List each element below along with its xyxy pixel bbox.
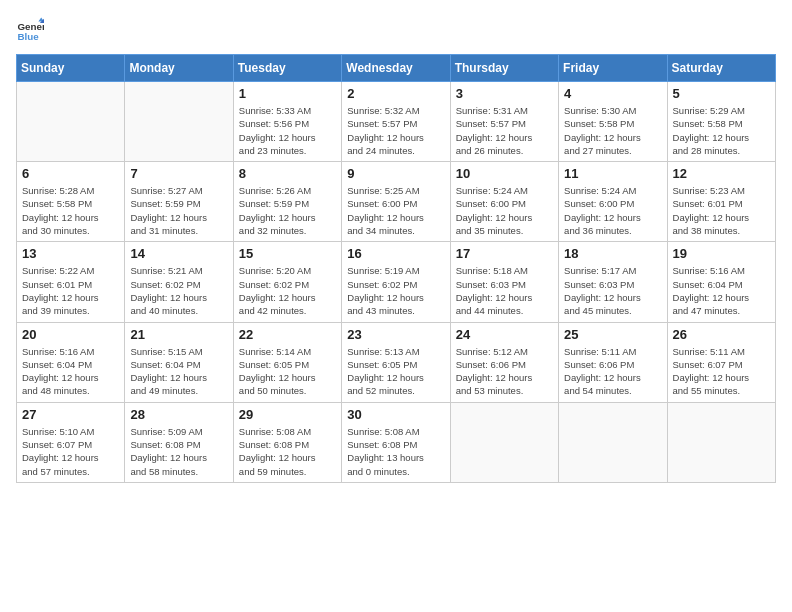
day-info: Sunrise: 5:16 AM Sunset: 6:04 PM Dayligh… bbox=[22, 345, 119, 398]
col-header-tuesday: Tuesday bbox=[233, 55, 341, 82]
calendar-cell bbox=[17, 82, 125, 162]
day-info: Sunrise: 5:11 AM Sunset: 6:06 PM Dayligh… bbox=[564, 345, 661, 398]
day-info: Sunrise: 5:08 AM Sunset: 6:08 PM Dayligh… bbox=[347, 425, 444, 478]
calendar-cell: 20Sunrise: 5:16 AM Sunset: 6:04 PM Dayli… bbox=[17, 322, 125, 402]
day-number: 8 bbox=[239, 166, 336, 181]
day-info: Sunrise: 5:29 AM Sunset: 5:58 PM Dayligh… bbox=[673, 104, 770, 157]
calendar-cell: 10Sunrise: 5:24 AM Sunset: 6:00 PM Dayli… bbox=[450, 162, 558, 242]
calendar-week-row: 6Sunrise: 5:28 AM Sunset: 5:58 PM Daylig… bbox=[17, 162, 776, 242]
day-info: Sunrise: 5:25 AM Sunset: 6:00 PM Dayligh… bbox=[347, 184, 444, 237]
calendar-cell bbox=[559, 402, 667, 482]
day-info: Sunrise: 5:27 AM Sunset: 5:59 PM Dayligh… bbox=[130, 184, 227, 237]
calendar-week-row: 27Sunrise: 5:10 AM Sunset: 6:07 PM Dayli… bbox=[17, 402, 776, 482]
calendar-cell: 17Sunrise: 5:18 AM Sunset: 6:03 PM Dayli… bbox=[450, 242, 558, 322]
calendar-cell: 28Sunrise: 5:09 AM Sunset: 6:08 PM Dayli… bbox=[125, 402, 233, 482]
calendar-cell: 4Sunrise: 5:30 AM Sunset: 5:58 PM Daylig… bbox=[559, 82, 667, 162]
calendar-cell: 25Sunrise: 5:11 AM Sunset: 6:06 PM Dayli… bbox=[559, 322, 667, 402]
calendar-cell: 6Sunrise: 5:28 AM Sunset: 5:58 PM Daylig… bbox=[17, 162, 125, 242]
calendar-cell: 13Sunrise: 5:22 AM Sunset: 6:01 PM Dayli… bbox=[17, 242, 125, 322]
calendar-cell: 5Sunrise: 5:29 AM Sunset: 5:58 PM Daylig… bbox=[667, 82, 775, 162]
day-number: 7 bbox=[130, 166, 227, 181]
day-info: Sunrise: 5:15 AM Sunset: 6:04 PM Dayligh… bbox=[130, 345, 227, 398]
day-info: Sunrise: 5:20 AM Sunset: 6:02 PM Dayligh… bbox=[239, 264, 336, 317]
day-info: Sunrise: 5:28 AM Sunset: 5:58 PM Dayligh… bbox=[22, 184, 119, 237]
day-number: 22 bbox=[239, 327, 336, 342]
calendar-cell: 14Sunrise: 5:21 AM Sunset: 6:02 PM Dayli… bbox=[125, 242, 233, 322]
day-info: Sunrise: 5:22 AM Sunset: 6:01 PM Dayligh… bbox=[22, 264, 119, 317]
calendar-header-row: SundayMondayTuesdayWednesdayThursdayFrid… bbox=[17, 55, 776, 82]
day-info: Sunrise: 5:17 AM Sunset: 6:03 PM Dayligh… bbox=[564, 264, 661, 317]
day-info: Sunrise: 5:19 AM Sunset: 6:02 PM Dayligh… bbox=[347, 264, 444, 317]
day-number: 21 bbox=[130, 327, 227, 342]
calendar-cell: 12Sunrise: 5:23 AM Sunset: 6:01 PM Dayli… bbox=[667, 162, 775, 242]
calendar-cell: 15Sunrise: 5:20 AM Sunset: 6:02 PM Dayli… bbox=[233, 242, 341, 322]
calendar-cell: 29Sunrise: 5:08 AM Sunset: 6:08 PM Dayli… bbox=[233, 402, 341, 482]
calendar-table: SundayMondayTuesdayWednesdayThursdayFrid… bbox=[16, 54, 776, 483]
calendar-cell: 21Sunrise: 5:15 AM Sunset: 6:04 PM Dayli… bbox=[125, 322, 233, 402]
calendar-cell: 23Sunrise: 5:13 AM Sunset: 6:05 PM Dayli… bbox=[342, 322, 450, 402]
day-number: 16 bbox=[347, 246, 444, 261]
day-number: 25 bbox=[564, 327, 661, 342]
day-number: 10 bbox=[456, 166, 553, 181]
calendar-cell: 7Sunrise: 5:27 AM Sunset: 5:59 PM Daylig… bbox=[125, 162, 233, 242]
day-number: 9 bbox=[347, 166, 444, 181]
day-info: Sunrise: 5:24 AM Sunset: 6:00 PM Dayligh… bbox=[456, 184, 553, 237]
day-number: 12 bbox=[673, 166, 770, 181]
day-number: 18 bbox=[564, 246, 661, 261]
day-info: Sunrise: 5:18 AM Sunset: 6:03 PM Dayligh… bbox=[456, 264, 553, 317]
day-number: 28 bbox=[130, 407, 227, 422]
calendar-cell bbox=[125, 82, 233, 162]
calendar-week-row: 13Sunrise: 5:22 AM Sunset: 6:01 PM Dayli… bbox=[17, 242, 776, 322]
calendar-week-row: 20Sunrise: 5:16 AM Sunset: 6:04 PM Dayli… bbox=[17, 322, 776, 402]
day-number: 11 bbox=[564, 166, 661, 181]
day-info: Sunrise: 5:23 AM Sunset: 6:01 PM Dayligh… bbox=[673, 184, 770, 237]
day-info: Sunrise: 5:21 AM Sunset: 6:02 PM Dayligh… bbox=[130, 264, 227, 317]
col-header-wednesday: Wednesday bbox=[342, 55, 450, 82]
col-header-sunday: Sunday bbox=[17, 55, 125, 82]
day-number: 3 bbox=[456, 86, 553, 101]
day-number: 17 bbox=[456, 246, 553, 261]
calendar-cell: 2Sunrise: 5:32 AM Sunset: 5:57 PM Daylig… bbox=[342, 82, 450, 162]
calendar-week-row: 1Sunrise: 5:33 AM Sunset: 5:56 PM Daylig… bbox=[17, 82, 776, 162]
day-info: Sunrise: 5:10 AM Sunset: 6:07 PM Dayligh… bbox=[22, 425, 119, 478]
day-number: 15 bbox=[239, 246, 336, 261]
col-header-saturday: Saturday bbox=[667, 55, 775, 82]
day-number: 30 bbox=[347, 407, 444, 422]
logo: General Blue bbox=[16, 16, 48, 44]
day-number: 6 bbox=[22, 166, 119, 181]
svg-text:Blue: Blue bbox=[17, 31, 39, 42]
calendar-cell bbox=[667, 402, 775, 482]
calendar-cell: 27Sunrise: 5:10 AM Sunset: 6:07 PM Dayli… bbox=[17, 402, 125, 482]
col-header-thursday: Thursday bbox=[450, 55, 558, 82]
day-number: 1 bbox=[239, 86, 336, 101]
day-info: Sunrise: 5:30 AM Sunset: 5:58 PM Dayligh… bbox=[564, 104, 661, 157]
day-number: 23 bbox=[347, 327, 444, 342]
day-info: Sunrise: 5:32 AM Sunset: 5:57 PM Dayligh… bbox=[347, 104, 444, 157]
calendar-cell: 18Sunrise: 5:17 AM Sunset: 6:03 PM Dayli… bbox=[559, 242, 667, 322]
calendar-cell: 30Sunrise: 5:08 AM Sunset: 6:08 PM Dayli… bbox=[342, 402, 450, 482]
calendar-cell: 26Sunrise: 5:11 AM Sunset: 6:07 PM Dayli… bbox=[667, 322, 775, 402]
day-info: Sunrise: 5:09 AM Sunset: 6:08 PM Dayligh… bbox=[130, 425, 227, 478]
calendar-cell: 1Sunrise: 5:33 AM Sunset: 5:56 PM Daylig… bbox=[233, 82, 341, 162]
day-number: 19 bbox=[673, 246, 770, 261]
day-number: 2 bbox=[347, 86, 444, 101]
day-number: 14 bbox=[130, 246, 227, 261]
day-info: Sunrise: 5:11 AM Sunset: 6:07 PM Dayligh… bbox=[673, 345, 770, 398]
day-number: 20 bbox=[22, 327, 119, 342]
day-info: Sunrise: 5:26 AM Sunset: 5:59 PM Dayligh… bbox=[239, 184, 336, 237]
calendar-cell: 3Sunrise: 5:31 AM Sunset: 5:57 PM Daylig… bbox=[450, 82, 558, 162]
day-info: Sunrise: 5:16 AM Sunset: 6:04 PM Dayligh… bbox=[673, 264, 770, 317]
logo-icon: General Blue bbox=[16, 16, 44, 44]
day-number: 4 bbox=[564, 86, 661, 101]
day-number: 5 bbox=[673, 86, 770, 101]
calendar-cell: 24Sunrise: 5:12 AM Sunset: 6:06 PM Dayli… bbox=[450, 322, 558, 402]
day-info: Sunrise: 5:08 AM Sunset: 6:08 PM Dayligh… bbox=[239, 425, 336, 478]
day-number: 24 bbox=[456, 327, 553, 342]
day-info: Sunrise: 5:12 AM Sunset: 6:06 PM Dayligh… bbox=[456, 345, 553, 398]
day-number: 26 bbox=[673, 327, 770, 342]
day-info: Sunrise: 5:33 AM Sunset: 5:56 PM Dayligh… bbox=[239, 104, 336, 157]
col-header-monday: Monday bbox=[125, 55, 233, 82]
day-number: 13 bbox=[22, 246, 119, 261]
day-info: Sunrise: 5:31 AM Sunset: 5:57 PM Dayligh… bbox=[456, 104, 553, 157]
day-info: Sunrise: 5:24 AM Sunset: 6:00 PM Dayligh… bbox=[564, 184, 661, 237]
